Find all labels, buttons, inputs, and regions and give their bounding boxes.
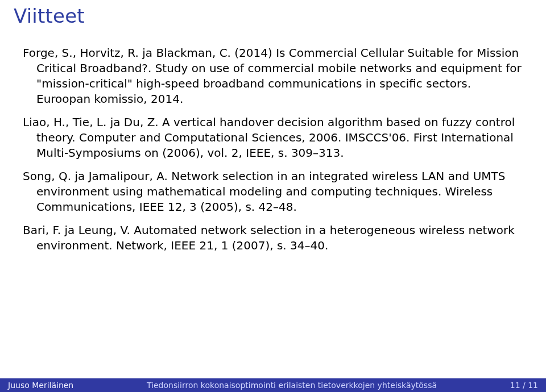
reference-item: Forge, S., Horvitz, R. ja Blackman, C. (… — [23, 45, 523, 107]
reference-item: Song, Q. ja Jamalipour, A. Network selec… — [23, 169, 523, 215]
footer-page-number: 11 / 11 — [502, 378, 546, 392]
footer-bar: Juuso Meriläinen Tiedonsiirron kokonaiso… — [0, 378, 546, 392]
footer-author: Juuso Meriläinen — [0, 378, 81, 392]
slide-title: Viitteet — [14, 5, 85, 27]
references-list: Forge, S., Horvitz, R. ja Blackman, C. (… — [23, 45, 523, 261]
reference-item: Bari, F. ja Leung, V. Automated network … — [23, 223, 523, 253]
footer-title: Tiedonsiirron kokonaisoptimointi erilais… — [81, 378, 502, 392]
slide: Viitteet Forge, S., Horvitz, R. ja Black… — [0, 0, 546, 392]
reference-item: Liao, H., Tie, L. ja Du, Z. A vertical h… — [23, 115, 523, 161]
